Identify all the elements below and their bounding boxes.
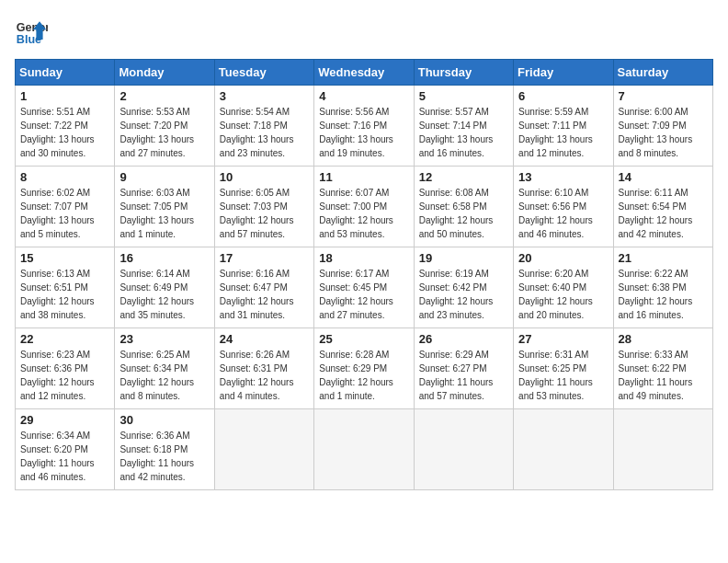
calendar-cell: 22 Sunrise: 6:23 AMSunset: 6:36 PMDaylig… bbox=[16, 328, 115, 409]
day-number: 22 bbox=[20, 332, 109, 346]
calendar-cell: 16 Sunrise: 6:14 AMSunset: 6:49 PMDaylig… bbox=[115, 247, 214, 328]
calendar-cell: 3 Sunrise: 5:54 AMSunset: 7:18 PMDayligh… bbox=[214, 86, 313, 167]
calendar-table: SundayMondayTuesdayWednesdayThursdayFrid… bbox=[15, 59, 713, 490]
day-number: 20 bbox=[518, 251, 608, 265]
calendar-cell: 1 Sunrise: 5:51 AMSunset: 7:22 PMDayligh… bbox=[16, 86, 115, 167]
calendar-cell: 4 Sunrise: 5:56 AMSunset: 7:16 PMDayligh… bbox=[314, 86, 414, 167]
day-info: Sunrise: 5:51 AMSunset: 7:22 PMDaylight:… bbox=[20, 105, 109, 160]
day-number: 1 bbox=[20, 89, 109, 103]
calendar-cell: 13 Sunrise: 6:10 AMSunset: 6:56 PMDaylig… bbox=[514, 167, 613, 247]
calendar-cell: 17 Sunrise: 6:16 AMSunset: 6:47 PMDaylig… bbox=[214, 247, 313, 328]
day-number: 19 bbox=[419, 251, 508, 265]
day-info: Sunrise: 6:14 AMSunset: 6:49 PMDaylight:… bbox=[119, 267, 209, 322]
logo-icon: General Blue bbox=[15, 15, 48, 48]
day-info: Sunrise: 6:29 AMSunset: 6:27 PMDaylight:… bbox=[419, 348, 508, 403]
calendar-cell: 29 Sunrise: 6:34 AMSunset: 6:20 PMDaylig… bbox=[16, 409, 115, 490]
day-number: 6 bbox=[518, 89, 608, 103]
week-row-4: 22 Sunrise: 6:23 AMSunset: 6:36 PMDaylig… bbox=[16, 328, 713, 409]
calendar-cell: 10 Sunrise: 6:05 AMSunset: 7:03 PMDaylig… bbox=[214, 167, 313, 247]
day-number: 24 bbox=[220, 332, 309, 346]
calendar-cell: 30 Sunrise: 6:36 AMSunset: 6:18 PMDaylig… bbox=[115, 409, 214, 490]
day-info: Sunrise: 6:10 AMSunset: 6:56 PMDaylight:… bbox=[518, 186, 608, 241]
calendar-cell: 5 Sunrise: 5:57 AMSunset: 7:14 PMDayligh… bbox=[414, 86, 513, 167]
calendar-cell: 7 Sunrise: 6:00 AMSunset: 7:09 PMDayligh… bbox=[613, 86, 712, 167]
calendar-cell: 23 Sunrise: 6:25 AMSunset: 6:34 PMDaylig… bbox=[115, 328, 214, 409]
col-header-monday: Monday bbox=[115, 60, 214, 86]
day-number: 30 bbox=[119, 413, 209, 427]
col-header-saturday: Saturday bbox=[613, 60, 712, 86]
day-number: 8 bbox=[20, 170, 109, 184]
day-number: 23 bbox=[119, 332, 209, 346]
calendar-cell: 24 Sunrise: 6:26 AMSunset: 6:31 PMDaylig… bbox=[214, 328, 313, 409]
page-header: General Blue bbox=[15, 15, 713, 48]
day-info: Sunrise: 6:05 AMSunset: 7:03 PMDaylight:… bbox=[220, 186, 309, 241]
calendar-cell: 28 Sunrise: 6:33 AMSunset: 6:22 PMDaylig… bbox=[613, 328, 712, 409]
day-number: 10 bbox=[220, 170, 309, 184]
day-number: 9 bbox=[119, 170, 209, 184]
calendar-cell bbox=[613, 409, 712, 490]
day-info: Sunrise: 6:00 AMSunset: 7:09 PMDaylight:… bbox=[619, 105, 708, 160]
day-number: 11 bbox=[319, 170, 408, 184]
day-info: Sunrise: 6:31 AMSunset: 6:25 PMDaylight:… bbox=[518, 348, 608, 403]
calendar-cell: 20 Sunrise: 6:20 AMSunset: 6:40 PMDaylig… bbox=[514, 247, 613, 328]
day-info: Sunrise: 6:08 AMSunset: 6:58 PMDaylight:… bbox=[419, 186, 508, 241]
day-number: 15 bbox=[20, 251, 109, 265]
day-info: Sunrise: 6:02 AMSunset: 7:07 PMDaylight:… bbox=[20, 186, 109, 241]
day-info: Sunrise: 6:17 AMSunset: 6:45 PMDaylight:… bbox=[319, 267, 408, 322]
day-number: 7 bbox=[619, 89, 708, 103]
day-info: Sunrise: 5:54 AMSunset: 7:18 PMDaylight:… bbox=[220, 105, 309, 160]
logo: General Blue bbox=[15, 15, 48, 48]
col-header-tuesday: Tuesday bbox=[214, 60, 313, 86]
day-number: 13 bbox=[518, 170, 608, 184]
calendar-cell bbox=[214, 409, 313, 490]
day-info: Sunrise: 6:33 AMSunset: 6:22 PMDaylight:… bbox=[619, 348, 708, 403]
day-info: Sunrise: 6:25 AMSunset: 6:34 PMDaylight:… bbox=[119, 348, 209, 403]
day-info: Sunrise: 6:20 AMSunset: 6:40 PMDaylight:… bbox=[518, 267, 608, 322]
day-number: 27 bbox=[518, 332, 608, 346]
day-number: 29 bbox=[20, 413, 109, 427]
calendar-cell: 8 Sunrise: 6:02 AMSunset: 7:07 PMDayligh… bbox=[16, 167, 115, 247]
day-number: 25 bbox=[319, 332, 408, 346]
day-info: Sunrise: 6:26 AMSunset: 6:31 PMDaylight:… bbox=[220, 348, 309, 403]
day-number: 2 bbox=[119, 89, 209, 103]
calendar-cell: 11 Sunrise: 6:07 AMSunset: 7:00 PMDaylig… bbox=[314, 167, 414, 247]
day-info: Sunrise: 5:56 AMSunset: 7:16 PMDaylight:… bbox=[319, 105, 408, 160]
week-row-2: 8 Sunrise: 6:02 AMSunset: 7:07 PMDayligh… bbox=[16, 167, 713, 247]
calendar-cell: 2 Sunrise: 5:53 AMSunset: 7:20 PMDayligh… bbox=[115, 86, 214, 167]
day-info: Sunrise: 6:11 AMSunset: 6:54 PMDaylight:… bbox=[619, 186, 708, 241]
col-header-friday: Friday bbox=[514, 60, 613, 86]
calendar-cell: 14 Sunrise: 6:11 AMSunset: 6:54 PMDaylig… bbox=[613, 167, 712, 247]
col-header-sunday: Sunday bbox=[16, 60, 115, 86]
day-number: 28 bbox=[619, 332, 708, 346]
day-number: 18 bbox=[319, 251, 408, 265]
day-number: 3 bbox=[220, 89, 309, 103]
week-row-3: 15 Sunrise: 6:13 AMSunset: 6:51 PMDaylig… bbox=[16, 247, 713, 328]
day-info: Sunrise: 6:23 AMSunset: 6:36 PMDaylight:… bbox=[20, 348, 109, 403]
day-number: 14 bbox=[619, 170, 708, 184]
calendar-cell: 15 Sunrise: 6:13 AMSunset: 6:51 PMDaylig… bbox=[16, 247, 115, 328]
calendar-cell: 27 Sunrise: 6:31 AMSunset: 6:25 PMDaylig… bbox=[514, 328, 613, 409]
day-number: 5 bbox=[419, 89, 508, 103]
calendar-cell bbox=[314, 409, 414, 490]
day-info: Sunrise: 6:36 AMSunset: 6:18 PMDaylight:… bbox=[119, 429, 209, 484]
week-row-1: 1 Sunrise: 5:51 AMSunset: 7:22 PMDayligh… bbox=[16, 86, 713, 167]
calendar-cell: 18 Sunrise: 6:17 AMSunset: 6:45 PMDaylig… bbox=[314, 247, 414, 328]
calendar-cell: 21 Sunrise: 6:22 AMSunset: 6:38 PMDaylig… bbox=[613, 247, 712, 328]
day-info: Sunrise: 6:19 AMSunset: 6:42 PMDaylight:… bbox=[419, 267, 508, 322]
day-info: Sunrise: 6:28 AMSunset: 6:29 PMDaylight:… bbox=[319, 348, 408, 403]
col-header-wednesday: Wednesday bbox=[314, 60, 414, 86]
calendar-cell: 9 Sunrise: 6:03 AMSunset: 7:05 PMDayligh… bbox=[115, 167, 214, 247]
day-info: Sunrise: 6:03 AMSunset: 7:05 PMDaylight:… bbox=[119, 186, 209, 241]
calendar-cell: 19 Sunrise: 6:19 AMSunset: 6:42 PMDaylig… bbox=[414, 247, 513, 328]
calendar-cell: 6 Sunrise: 5:59 AMSunset: 7:11 PMDayligh… bbox=[514, 86, 613, 167]
calendar-cell: 12 Sunrise: 6:08 AMSunset: 6:58 PMDaylig… bbox=[414, 167, 513, 247]
day-number: 17 bbox=[220, 251, 309, 265]
day-number: 21 bbox=[619, 251, 708, 265]
calendar-cell: 26 Sunrise: 6:29 AMSunset: 6:27 PMDaylig… bbox=[414, 328, 513, 409]
week-row-5: 29 Sunrise: 6:34 AMSunset: 6:20 PMDaylig… bbox=[16, 409, 713, 490]
day-info: Sunrise: 6:13 AMSunset: 6:51 PMDaylight:… bbox=[20, 267, 109, 322]
day-info: Sunrise: 6:07 AMSunset: 7:00 PMDaylight:… bbox=[319, 186, 408, 241]
day-info: Sunrise: 6:16 AMSunset: 6:47 PMDaylight:… bbox=[220, 267, 309, 322]
day-info: Sunrise: 5:57 AMSunset: 7:14 PMDaylight:… bbox=[419, 105, 508, 160]
day-info: Sunrise: 6:34 AMSunset: 6:20 PMDaylight:… bbox=[20, 429, 109, 484]
